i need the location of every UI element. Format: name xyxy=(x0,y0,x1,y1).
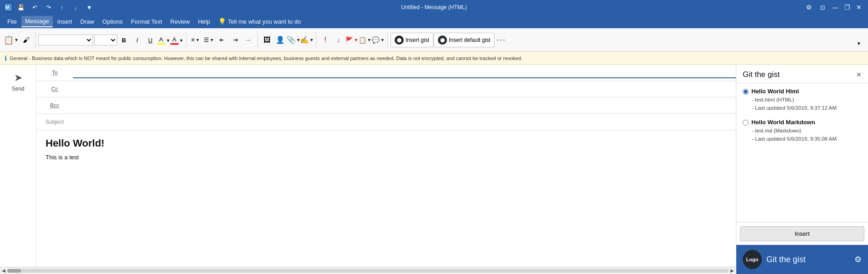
send-button[interactable]: ➤ Send xyxy=(6,68,30,96)
low-importance-button[interactable]: ↓ xyxy=(332,34,345,46)
increase-indent-button[interactable]: ⇥ xyxy=(229,34,241,46)
gist-default-logo-icon: ⬤ xyxy=(438,36,447,45)
teams-button[interactable]: 💬▼ xyxy=(372,34,385,46)
insert-gist-label: Insert gist xyxy=(406,37,429,43)
highlight-button[interactable]: A ▼ xyxy=(157,34,170,47)
minimize-button[interactable]: — xyxy=(830,2,841,13)
gist-radio-2[interactable] xyxy=(743,120,749,126)
panel-content: Hello World Html - test.html (HTML) - La… xyxy=(736,83,868,222)
brand-name: Git the gist xyxy=(766,255,806,264)
gist-option-2-header: Hello World Markdown xyxy=(743,119,862,126)
address-book-button[interactable]: 👤 xyxy=(274,34,287,46)
menu-format-text[interactable]: Format Text xyxy=(127,16,165,27)
insert-default-gist-button[interactable]: ⬤ Insert default gist xyxy=(434,33,494,47)
panel-brand: Logo Git the gist ⚙ xyxy=(736,245,868,274)
scroll-thumb[interactable] xyxy=(7,269,21,273)
bcc-row: Bcc xyxy=(36,97,736,114)
panel-footer: Insert xyxy=(736,222,868,245)
main-container: ➤ Send To Cc Bcc Subjec xyxy=(0,65,868,274)
cc-input[interactable] xyxy=(73,84,736,94)
send-column: ➤ Send xyxy=(0,65,36,267)
undo-button[interactable]: ↶ xyxy=(28,1,41,14)
attach-button[interactable]: 📎▼ xyxy=(287,34,300,46)
decrease-indent-button[interactable]: ⇤ xyxy=(216,34,228,46)
signature-button[interactable]: ✍▼ xyxy=(300,34,313,46)
menu-file[interactable]: File xyxy=(4,16,21,27)
panel-insert-button[interactable]: Insert xyxy=(740,226,864,241)
bcc-input[interactable] xyxy=(73,100,736,111)
save-button[interactable]: 💾 xyxy=(15,1,27,14)
email-body-text: This is a test xyxy=(46,154,727,161)
menu-options[interactable]: Options xyxy=(99,16,127,27)
insert-default-gist-label: Insert default gist xyxy=(449,37,490,43)
font-color-button[interactable]: A ▼ xyxy=(170,34,183,47)
follow-up-button[interactable]: 🚩▼ xyxy=(345,34,358,46)
settings-icon[interactable]: ⚙ xyxy=(802,1,815,14)
right-panel: Git the gist ✕ Hello World Html - test.h… xyxy=(736,65,868,274)
undo-redo-group: 💾 ↶ ↷ ↑ ↓ ▼ xyxy=(15,1,96,14)
more-actions-button[interactable]: 📋▼ xyxy=(359,34,371,46)
scroll-track[interactable] xyxy=(7,269,729,273)
panel-close-button[interactable]: ✕ xyxy=(856,71,862,78)
brand-settings-icon[interactable]: ⚙ xyxy=(854,254,862,264)
to-input[interactable] xyxy=(73,67,736,78)
gist-radio-1[interactable] xyxy=(743,89,749,95)
horizontal-scrollbar[interactable]: ◀ ▶ xyxy=(0,267,736,274)
redo-button[interactable]: ↷ xyxy=(42,1,55,14)
app-icon[interactable]: M xyxy=(4,3,13,12)
flags-group: ! ↓ 🚩▼ 📋▼ 💬▼ xyxy=(319,34,385,46)
bullet-list-button[interactable]: ≡▼ xyxy=(189,34,202,46)
underline-button[interactable]: U xyxy=(144,34,157,47)
email-body-heading: Hello World! xyxy=(46,137,727,149)
subject-input[interactable] xyxy=(73,117,736,127)
scroll-left-button[interactable]: ◀ xyxy=(2,268,5,273)
gist-filename-2: - test.md (Markdown) xyxy=(752,127,862,135)
close-button[interactable]: ✕ xyxy=(853,2,864,13)
send-label: Send xyxy=(11,86,24,92)
menu-message[interactable]: Message xyxy=(21,16,53,27)
subject-label: Subject xyxy=(36,119,73,125)
high-importance-button[interactable]: ! xyxy=(319,34,332,46)
paste-button[interactable]: 📋▼ xyxy=(3,34,19,46)
title-bar: M 💾 ↶ ↷ ↑ ↓ ▼ Untitled - Message (HTML) … xyxy=(0,0,868,15)
up-button[interactable]: ↑ xyxy=(56,1,68,14)
numbered-list-button[interactable]: ☰▼ xyxy=(202,34,215,46)
svg-text:M: M xyxy=(5,5,9,10)
ribbon-sep-2 xyxy=(186,32,186,48)
menu-insert[interactable]: Insert xyxy=(54,16,76,27)
menu-help[interactable]: Help xyxy=(194,16,214,27)
tell-me-input[interactable]: 💡 Tell me what you want to do xyxy=(215,16,304,27)
gist-option-1: Hello World Html - test.html (HTML) - La… xyxy=(743,88,862,112)
panel-header: Git the gist ✕ xyxy=(736,65,868,83)
insert-gist-button[interactable]: ⬤ Insert gist xyxy=(390,33,433,47)
format-painter-button[interactable]: 🖌 xyxy=(20,34,32,46)
cc-label: Cc xyxy=(36,86,73,92)
brand-logo-text: Logo xyxy=(746,257,759,262)
email-body[interactable]: Hello World! This is a test xyxy=(36,130,736,267)
down-button[interactable]: ↓ xyxy=(69,1,82,14)
maximize-button[interactable]: ❐ xyxy=(842,2,853,13)
menu-draw[interactable]: Draw xyxy=(77,16,98,27)
italic-button[interactable]: I xyxy=(131,34,144,47)
to-row: To xyxy=(36,65,736,81)
compose-fields: To Cc Bcc Subject Hello World! xyxy=(36,65,736,267)
restore-window-button[interactable]: ⊡ xyxy=(816,1,829,14)
ribbon-sep-3 xyxy=(257,32,258,48)
gist-filename-1: - test.html (HTML) xyxy=(752,96,862,104)
ribbon-collapse-button[interactable]: ▼ xyxy=(853,37,865,50)
menu-review[interactable]: Review xyxy=(167,16,194,27)
more-paragraph-button[interactable]: ··· xyxy=(242,34,255,46)
bold-button[interactable]: B xyxy=(118,34,130,47)
gist-detail-1: - test.html (HTML) - Last updated 5/6/20… xyxy=(743,96,862,112)
font-family-select[interactable] xyxy=(38,35,93,46)
more-tb-button[interactable]: ▼ xyxy=(83,1,96,14)
ribbon-more-button[interactable]: ··· xyxy=(495,34,508,46)
menu-bar: File Message Insert Draw Options Format … xyxy=(0,15,868,28)
font-size-select[interactable] xyxy=(94,35,117,46)
ribbon: 📋▼ 🖌 B I U A ▼ xyxy=(0,28,868,52)
window-title: Untitled - Message (HTML) xyxy=(401,4,467,10)
scroll-right-button[interactable]: ▶ xyxy=(730,268,734,273)
insert-picture-button[interactable]: 🖼 xyxy=(261,34,273,46)
to-label: To xyxy=(36,70,73,76)
insert-group: 🖼 👤 📎▼ ✍▼ xyxy=(261,34,313,46)
